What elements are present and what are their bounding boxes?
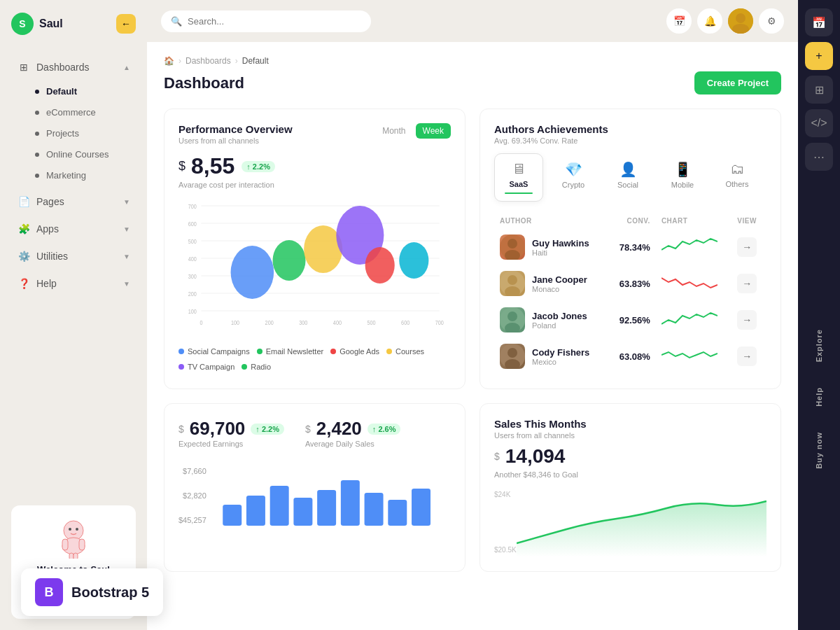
legend-email-label: Email Newsletter: [266, 347, 324, 356]
metric-value: $ 8,55: [178, 153, 234, 179]
author-country-guy: Haiti: [532, 248, 589, 257]
sidebar-item-projects[interactable]: Projects: [6, 123, 141, 144]
chevron-icon: ▲: [123, 64, 130, 71]
sidebar-item-ecommerce[interactable]: eCommerce: [6, 102, 141, 122]
sales-goal-text: Another $48,346 to Goal: [494, 470, 766, 479]
rp-calendar-button[interactable]: 📅: [805, 8, 833, 36]
avatar-jacob: [500, 307, 525, 332]
view-button-jacob[interactable]: →: [737, 310, 757, 330]
bubble-chart: 700 600 500 400 300 200 100 0 100 200 30…: [178, 199, 451, 339]
tab-crypto[interactable]: 💎 Crypto: [549, 153, 598, 202]
rp-grid-button[interactable]: ⊞: [805, 76, 833, 104]
svg-text:100: 100: [188, 308, 197, 315]
tab-underline: [505, 192, 533, 194]
metric-label: Avarage cost per interaction: [178, 181, 451, 189]
authors-subtitle: Avg. 69.34% Conv. Rate: [494, 136, 766, 145]
notifications-button[interactable]: 🔔: [697, 8, 722, 34]
legend-radio: Radio: [241, 363, 271, 371]
utilities-icon: ⚙️: [17, 249, 31, 263]
earnings-row2: $2,820: [178, 491, 206, 500]
sidebar-item-default[interactable]: Default: [6, 81, 141, 102]
earnings-row3: $45,257: [178, 516, 206, 524]
chevron-icon: ▼: [123, 198, 130, 206]
sparkline-jacob: [662, 309, 718, 328]
social-label: Social: [617, 181, 638, 189]
col-author: AUTHOR: [494, 213, 608, 229]
svg-rect-6: [69, 553, 74, 559]
sidebar-item-marketing[interactable]: Marketing: [6, 165, 141, 186]
author-name-cody: Cody Fishers: [532, 347, 589, 358]
mobile-icon: 📱: [674, 161, 692, 178]
rp-buy-label[interactable]: Buy now: [815, 426, 823, 475]
rp-plus-button[interactable]: +: [805, 42, 833, 70]
create-project-button[interactable]: Create Project: [694, 71, 781, 94]
dashboards-label: Dashboards: [36, 62, 123, 73]
author-info-guy: Guy Hawkins Haiti: [500, 234, 603, 260]
sidebar-item-help[interactable]: ❓ Help ▼: [6, 270, 141, 297]
rp-explore-label[interactable]: Explore: [815, 323, 823, 368]
svg-point-34: [507, 239, 517, 248]
sales-y2: $20.5K: [494, 546, 517, 554]
sidebar-item-apps[interactable]: 🧩 Apps ▼: [6, 216, 141, 242]
settings-button[interactable]: ⚙: [759, 8, 784, 34]
avatar-guy: [500, 234, 525, 260]
chart-grid-lines: 700 600 500 400 300 200 100 0 100 200 30…: [178, 199, 451, 332]
svg-point-2: [69, 528, 71, 531]
svg-rect-52: [388, 500, 407, 526]
bubble-social: [231, 246, 274, 299]
sidebar: S Saul ← ⊞ Dashboards ▲ Default eCommerc…: [0, 0, 147, 630]
sidebar-item-dashboards[interactable]: ⊞ Dashboards ▲: [6, 54, 141, 80]
search-input[interactable]: [188, 16, 361, 27]
sidebar-item-online-courses[interactable]: Online Courses: [6, 144, 141, 164]
search-box[interactable]: 🔍: [161, 10, 371, 32]
crypto-icon: 💎: [565, 161, 582, 178]
apps-icon: 🧩: [17, 222, 31, 236]
calendar-button[interactable]: 📅: [666, 8, 692, 34]
tab-month[interactable]: Month: [375, 123, 412, 139]
svg-text:400: 400: [188, 255, 197, 262]
page-title: Dashboard: [164, 74, 244, 92]
saas-icon: 🖥: [512, 161, 526, 177]
conv-guy: 78.34%: [620, 242, 650, 253]
tab-social[interactable]: 👤 Social: [603, 153, 652, 202]
sidebar-item-pages[interactable]: 📄 Pages ▼: [6, 188, 141, 215]
bubble-email: [273, 240, 306, 281]
view-button-cody[interactable]: →: [737, 346, 757, 366]
help-label: Help: [36, 278, 123, 289]
performance-title: Performance Overview: [178, 123, 293, 135]
svg-point-40: [507, 312, 517, 321]
daily-sales-value: 2,420: [316, 418, 362, 440]
author-country-jane: Monaco: [532, 285, 587, 293]
svg-rect-48: [293, 498, 312, 526]
breadcrumb-home[interactable]: 🏠: [164, 56, 174, 66]
svg-rect-47: [270, 486, 288, 526]
chevron-icon: ▼: [123, 225, 130, 233]
breadcrumb-dashboards[interactable]: Dashboards: [186, 56, 231, 66]
mobile-label: Mobile: [671, 181, 694, 189]
tab-mobile[interactable]: 📱 Mobile: [658, 153, 707, 202]
sidebar-item-utilities[interactable]: ⚙️ Utilities ▼: [6, 243, 141, 270]
sidebar-back-button[interactable]: ←: [116, 14, 136, 34]
view-button-jane[interactable]: →: [737, 274, 757, 293]
apps-label: Apps: [36, 223, 123, 234]
main-content: 🔍 📅 🔔 ⚙ 🏠 › Dashboards › Default Dashboa…: [147, 0, 798, 630]
header: 🔍 📅 🔔 ⚙: [147, 0, 798, 42]
earnings-bar-chart: [215, 459, 451, 529]
tab-week[interactable]: Week: [416, 123, 451, 139]
rp-dots-button[interactable]: ⋯: [805, 143, 833, 171]
svg-text:500: 500: [367, 319, 376, 326]
legend-tv: TV Campaign: [178, 363, 234, 371]
earnings-value: 69,700: [190, 418, 246, 440]
view-button-guy[interactable]: →: [737, 237, 757, 257]
svg-rect-4: [62, 539, 68, 550]
tab-others[interactable]: 🗂 Others: [713, 153, 762, 202]
table-row: Guy Hawkins Haiti 78.34%: [494, 229, 766, 265]
tab-saas[interactable]: 🖥 SaaS: [494, 153, 543, 202]
rp-help-label[interactable]: Help: [815, 382, 823, 412]
author-info-cody: Cody Fishers Mexico: [500, 344, 603, 369]
legend-radio-label: Radio: [251, 363, 271, 371]
metric-badge: ↑ 2.2%: [241, 161, 275, 172]
svg-text:600: 600: [188, 220, 197, 227]
rp-code-button[interactable]: </>: [805, 109, 833, 137]
avatar[interactable]: [728, 8, 753, 34]
